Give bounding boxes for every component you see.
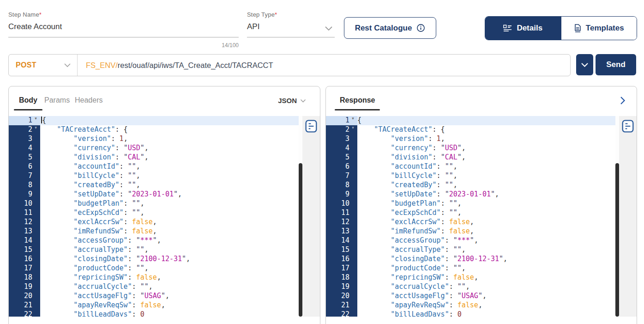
code-line[interactable]: "accrualCycle": "", bbox=[40, 282, 299, 292]
step-name-field[interactable]: Step Name* Create Account bbox=[8, 11, 239, 37]
editor-toolbar-strip bbox=[302, 116, 320, 317]
step-name-label: Step Name* bbox=[8, 11, 239, 18]
code-line[interactable]: "productCode": "", bbox=[357, 264, 615, 273]
editor-gutter: 1▾2▾345678910111213141516171819202122 bbox=[326, 116, 357, 317]
code-line[interactable]: "productCode": "", bbox=[40, 264, 299, 273]
tab-headers[interactable]: Headers bbox=[75, 96, 102, 104]
code-line[interactable]: "accrualCycle": "", bbox=[357, 282, 615, 292]
step-type-field[interactable]: Step Type* API bbox=[247, 11, 335, 37]
tab-response[interactable]: Response bbox=[340, 96, 375, 104]
line-number: 22 bbox=[9, 310, 40, 317]
fold-toggle-icon[interactable]: ▾ bbox=[350, 116, 356, 121]
line-number: 9 bbox=[9, 190, 40, 199]
code-line[interactable]: "repricingSW": false, bbox=[357, 273, 615, 282]
required-asterisk: * bbox=[275, 11, 277, 18]
code-line[interactable]: "accrualType": "", bbox=[357, 245, 615, 255]
chevron-down-icon[interactable] bbox=[325, 26, 333, 31]
editor-code[interactable]: { "TACreateAcct": { "version": 1, "curre… bbox=[357, 116, 615, 317]
code-line[interactable]: "apayRevReqSw": false, bbox=[357, 301, 615, 310]
line-number: 16 bbox=[9, 255, 40, 264]
code-line[interactable]: "accessGroup": "***", bbox=[40, 236, 299, 245]
line-number: 14 bbox=[326, 236, 357, 245]
send-button[interactable]: Send bbox=[596, 54, 636, 75]
request-panel-header: Body Params Headers JSON bbox=[9, 86, 320, 115]
code-line[interactable]: "createdBy": "", bbox=[357, 181, 615, 190]
code-line[interactable]: "budgetPlan": "", bbox=[40, 199, 299, 208]
line-number: 1▾ bbox=[326, 116, 357, 125]
code-line[interactable]: "accountId": "", bbox=[40, 162, 299, 171]
code-line[interactable]: "acctUsageFlg": "USAG", bbox=[40, 292, 299, 301]
code-line[interactable]: "accrualType": "", bbox=[40, 245, 299, 255]
rest-catalogue-label: Rest Catalogue bbox=[355, 24, 412, 33]
details-label: Details bbox=[517, 24, 542, 33]
code-line[interactable]: "billLeadDays": 0 bbox=[357, 310, 615, 317]
rest-catalogue-button[interactable]: Rest Catalogue bbox=[344, 17, 436, 39]
request-panel: Body Params Headers JSON 1▾2▾34567891011… bbox=[8, 86, 320, 324]
url-input[interactable]: FS_ENV/rest/ouaf/api/iws/TA_Create_Acct/… bbox=[78, 61, 273, 70]
templates-button[interactable]: Templates bbox=[561, 17, 637, 40]
fold-toggle-icon[interactable]: ▾ bbox=[350, 125, 356, 130]
line-number: 20 bbox=[326, 292, 357, 301]
request-url-bar: POST FS_ENV/rest/ouaf/api/iws/TA_Create_… bbox=[8, 54, 571, 76]
tab-params[interactable]: Params bbox=[44, 96, 70, 104]
code-line[interactable]: "createdBy": "", bbox=[40, 181, 299, 190]
line-number: 4 bbox=[326, 144, 357, 153]
code-line[interactable]: "currency": "USD", bbox=[40, 144, 299, 153]
response-panel: Response 1▾2▾345678910111213141516171819… bbox=[325, 86, 637, 324]
body-format-value: JSON bbox=[278, 97, 297, 104]
code-line[interactable]: "closingDate": "2100-12-31", bbox=[40, 255, 299, 264]
line-number: 6 bbox=[9, 162, 40, 171]
code-line[interactable]: "acctUsageFlg": "USAG", bbox=[357, 292, 615, 301]
step-type-select[interactable]: API bbox=[247, 22, 335, 37]
code-line[interactable]: "accessGroup": "***", bbox=[357, 236, 615, 245]
code-line[interactable]: "imRefundSw": false, bbox=[357, 227, 615, 236]
details-button[interactable]: Details bbox=[485, 17, 561, 40]
code-line[interactable]: "apayRevReqSw": false, bbox=[40, 301, 299, 310]
scrollbar-thumb[interactable] bbox=[615, 163, 619, 317]
code-line[interactable]: "budgetPlan": "", bbox=[357, 199, 615, 208]
format-json-button[interactable] bbox=[305, 120, 317, 133]
code-line[interactable]: "ecExpSchCd": "", bbox=[357, 208, 615, 218]
code-line[interactable]: "accountId": "", bbox=[357, 162, 615, 171]
code-line[interactable]: "currency": "USD", bbox=[357, 144, 615, 153]
url-path: rest/ouaf/api/iws/TA_Create_Acct/TACRACC… bbox=[118, 61, 273, 69]
line-number: 12 bbox=[9, 218, 40, 227]
vertical-scrollbar[interactable] bbox=[615, 116, 619, 317]
code-line[interactable]: "ecExpSchCd": "", bbox=[40, 208, 299, 218]
vertical-scrollbar[interactable] bbox=[299, 116, 302, 317]
line-number: 20 bbox=[9, 292, 40, 301]
code-line[interactable]: "billCycle": "", bbox=[40, 171, 299, 181]
fold-toggle-icon[interactable]: ▾ bbox=[33, 116, 39, 121]
code-line[interactable]: "setUpDate": "2023-01-01", bbox=[357, 190, 615, 199]
code-line[interactable]: "division": "CAL", bbox=[40, 153, 299, 162]
code-line[interactable]: "version": 1, bbox=[357, 134, 615, 144]
code-line[interactable]: "repricingSW": false, bbox=[40, 273, 299, 282]
format-json-button[interactable] bbox=[622, 120, 634, 133]
required-asterisk: * bbox=[39, 11, 42, 18]
code-line[interactable]: "imRefundSw": false, bbox=[40, 227, 299, 236]
tab-body[interactable]: Body bbox=[19, 96, 37, 104]
code-line[interactable]: "billLeadDays": 0 bbox=[40, 310, 299, 317]
code-line[interactable]: { bbox=[40, 116, 299, 125]
code-line[interactable]: "exclAccrSw": false, bbox=[357, 218, 615, 227]
body-format-select[interactable]: JSON bbox=[278, 97, 306, 104]
step-name-input[interactable]: Create Account bbox=[8, 22, 239, 37]
code-line[interactable]: { bbox=[357, 116, 615, 125]
code-line[interactable]: "setUpDate": "2023-01-01", bbox=[40, 190, 299, 199]
code-line[interactable]: "division": "CAL", bbox=[357, 153, 615, 162]
method-select[interactable]: POST bbox=[9, 55, 78, 76]
response-body-editor[interactable]: 1▾2▾345678910111213141516171819202122 { … bbox=[326, 116, 637, 317]
editor-code[interactable]: { "TACreateAcct": { "version": 1, "curre… bbox=[40, 116, 299, 317]
code-line[interactable]: "version": 1, bbox=[40, 134, 299, 144]
line-number: 4 bbox=[9, 144, 40, 153]
send-options-button[interactable] bbox=[576, 54, 593, 75]
code-line[interactable]: "TACreateAcct": { bbox=[40, 125, 299, 134]
expand-response-button[interactable] bbox=[619, 95, 626, 107]
code-line[interactable]: "billCycle": "", bbox=[357, 171, 615, 181]
code-line[interactable]: "closingDate": "2100-12-31", bbox=[357, 255, 615, 264]
request-body-editor[interactable]: 1▾2▾345678910111213141516171819202122 { … bbox=[9, 116, 320, 317]
scrollbar-thumb[interactable] bbox=[299, 163, 302, 317]
code-line[interactable]: "exclAccrSw": false, bbox=[40, 218, 299, 227]
code-line[interactable]: "TACreateAcct": { bbox=[357, 125, 615, 134]
fold-toggle-icon[interactable]: ▾ bbox=[33, 125, 39, 130]
